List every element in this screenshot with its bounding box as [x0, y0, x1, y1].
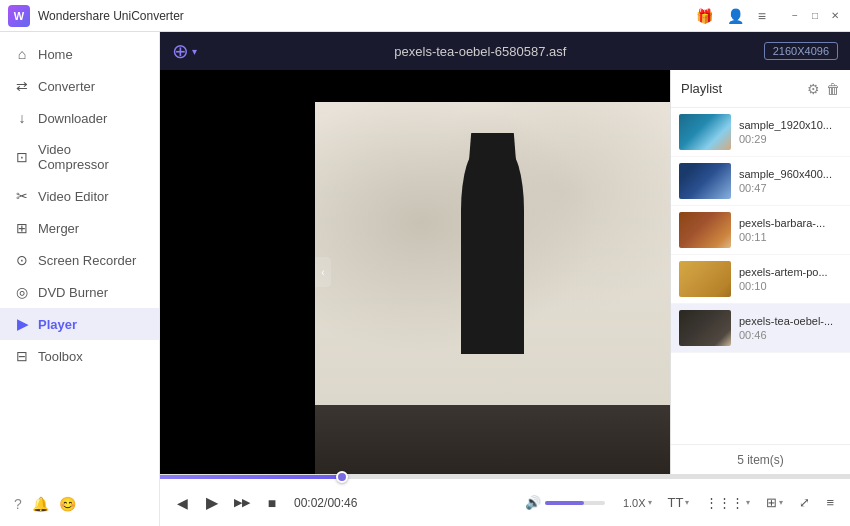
sidebar-item-dvd-burner[interactable]: ◎ DVD Burner	[0, 276, 159, 308]
merger-icon: ⊞	[14, 220, 30, 236]
volume-icon[interactable]: 🔊	[525, 495, 541, 510]
content-area: ⊕ ▾ pexels-tea-oebel-6580587.asf 2160X40…	[160, 32, 850, 526]
more-options-icon: ≡	[826, 495, 834, 510]
sidebar-item-label: Video Editor	[38, 189, 109, 204]
playlist-item-name: sample_960x400...	[739, 168, 842, 180]
progress-bar-fill	[160, 475, 339, 479]
playlist-item-duration: 00:46	[739, 329, 842, 341]
playlist-item-duration: 00:11	[739, 231, 842, 243]
titlebar: W Wondershare UniConverter 🎁 👤 ≡ − □ ✕	[0, 0, 850, 32]
playlist-item-info: pexels-artem-po... 00:10	[739, 266, 842, 292]
player-body: ‹ Playlist ⚙ 🗑 sample_1920x10... 0	[160, 70, 850, 474]
sidebar-collapse-button[interactable]: ‹	[315, 257, 331, 287]
playlist-item-info: sample_960x400... 00:47	[739, 168, 842, 194]
sidebar-item-label: DVD Burner	[38, 285, 108, 300]
sidebar-item-home[interactable]: ⌂ Home	[0, 38, 159, 70]
window-controls: 🎁 👤 ≡ − □ ✕	[692, 6, 842, 26]
toolbox-icon: ⊟	[14, 348, 30, 364]
video-area: ‹	[160, 70, 670, 474]
list-item[interactable]: pexels-barbara-... 00:11	[671, 206, 850, 255]
playlist-item-name: pexels-artem-po...	[739, 266, 842, 278]
player-controls: ◀ ▶ ▶▶ ■ 00:02/00:46 🔊 1.0X ▾	[160, 474, 850, 526]
sidebar-item-converter[interactable]: ⇄ Converter	[0, 70, 159, 102]
close-button[interactable]: ✕	[828, 9, 842, 23]
sidebar-item-toolbox[interactable]: ⊟ Toolbox	[0, 340, 159, 372]
volume-fill	[545, 501, 584, 505]
sidebar-item-video-compressor[interactable]: ⊡ Video Compressor	[0, 134, 159, 180]
playlist-header: Playlist ⚙ 🗑	[671, 70, 850, 108]
playlist-delete-icon[interactable]: 🗑	[826, 81, 840, 97]
user-icon[interactable]: 👤	[723, 6, 748, 26]
list-item[interactable]: sample_1920x10... 00:29	[671, 108, 850, 157]
speed-chevron-icon: ▾	[648, 498, 652, 507]
progress-thumb[interactable]	[336, 471, 348, 483]
playlist-thumb	[679, 212, 731, 248]
list-item[interactable]: pexels-tea-oebel-... 00:46	[671, 304, 850, 353]
time-display: 00:02/00:46	[294, 496, 357, 510]
notifications-icon[interactable]: 🔔	[32, 496, 49, 512]
audio-button[interactable]: ⋮⋮⋮ ▾	[699, 491, 756, 514]
fast-forward-button[interactable]: ▶▶	[230, 491, 254, 515]
sidebar-item-player[interactable]: ▶ Player	[0, 308, 159, 340]
sidebar-item-label: Converter	[38, 79, 95, 94]
fullscreen-button[interactable]: ⤢	[793, 491, 816, 514]
audio-icon: ⋮⋮⋮	[705, 495, 744, 510]
subtitles-chevron-icon: ▾	[685, 498, 689, 507]
app-title: Wondershare UniConverter	[38, 9, 692, 23]
playlist-item-info: pexels-tea-oebel-... 00:46	[739, 315, 842, 341]
sidebar-item-label: Merger	[38, 221, 79, 236]
playlist-items: sample_1920x10... 00:29 sample_960x400..…	[671, 108, 850, 444]
more-options-button[interactable]: ≡	[820, 491, 840, 514]
gift-icon[interactable]: 🎁	[692, 6, 717, 26]
subtitles-button[interactable]: TT ▾	[662, 491, 696, 514]
controls-row: ◀ ▶ ▶▶ ■ 00:02/00:46 🔊 1.0X ▾	[160, 479, 850, 526]
menu-icon[interactable]: ≡	[754, 6, 770, 26]
sidebar-item-label: Screen Recorder	[38, 253, 136, 268]
crop-chevron-icon: ▾	[779, 498, 783, 507]
sidebar-item-label: Video Compressor	[38, 142, 145, 172]
stop-button[interactable]: ■	[260, 491, 284, 515]
playlist-item-info: sample_1920x10... 00:29	[739, 119, 842, 145]
dvd-icon: ◎	[14, 284, 30, 300]
feedback-icon[interactable]: 😊	[59, 496, 76, 512]
playlist-item-name: pexels-barbara-...	[739, 217, 842, 229]
resolution-badge: 2160X4096	[764, 42, 838, 60]
playlist-title: Playlist	[681, 81, 801, 96]
playlist-item-name: sample_1920x10...	[739, 119, 842, 131]
minimize-button[interactable]: −	[788, 9, 802, 23]
sidebar-item-screen-recorder[interactable]: ⊙ Screen Recorder	[0, 244, 159, 276]
playlist-settings-icon[interactable]: ⚙	[807, 81, 820, 97]
player-header: ⊕ ▾ pexels-tea-oebel-6580587.asf 2160X40…	[160, 32, 850, 70]
filename-label: pexels-tea-oebel-6580587.asf	[205, 44, 756, 59]
add-icon: ⊕	[172, 39, 189, 63]
play-button[interactable]: ▶	[200, 491, 224, 515]
recorder-icon: ⊙	[14, 252, 30, 268]
help-icon[interactable]: ?	[14, 496, 22, 512]
playlist-item-name: pexels-tea-oebel-...	[739, 315, 842, 327]
add-media-button[interactable]: ⊕ ▾	[172, 39, 197, 63]
progress-bar-container[interactable]	[160, 475, 850, 479]
crop-icon: ⊞	[766, 495, 777, 510]
playlist-item-duration: 00:29	[739, 133, 842, 145]
playback-speed-button[interactable]: 1.0X ▾	[617, 493, 658, 513]
volume-slider[interactable]	[545, 501, 605, 505]
sidebar-item-merger[interactable]: ⊞ Merger	[0, 212, 159, 244]
maximize-button[interactable]: □	[808, 9, 822, 23]
playlist-thumb	[679, 310, 731, 346]
playlist-thumb	[679, 114, 731, 150]
sidebar-item-downloader[interactable]: ↓ Downloader	[0, 102, 159, 134]
sidebar-item-video-editor[interactable]: ✂ Video Editor	[0, 180, 159, 212]
audio-chevron-icon: ▾	[746, 498, 750, 507]
rewind-button[interactable]: ◀	[170, 491, 194, 515]
home-icon: ⌂	[14, 46, 30, 62]
list-item[interactable]: pexels-artem-po... 00:10	[671, 255, 850, 304]
fullscreen-icon: ⤢	[799, 495, 810, 510]
list-item[interactable]: sample_960x400... 00:47	[671, 157, 850, 206]
volume-section: 🔊	[525, 495, 605, 510]
crop-button[interactable]: ⊞ ▾	[760, 491, 789, 514]
playlist-item-duration: 00:47	[739, 182, 842, 194]
subtitles-icon: TT	[668, 495, 684, 510]
downloader-icon: ↓	[14, 110, 30, 126]
sidebar-item-label: Player	[38, 317, 77, 332]
converter-icon: ⇄	[14, 78, 30, 94]
